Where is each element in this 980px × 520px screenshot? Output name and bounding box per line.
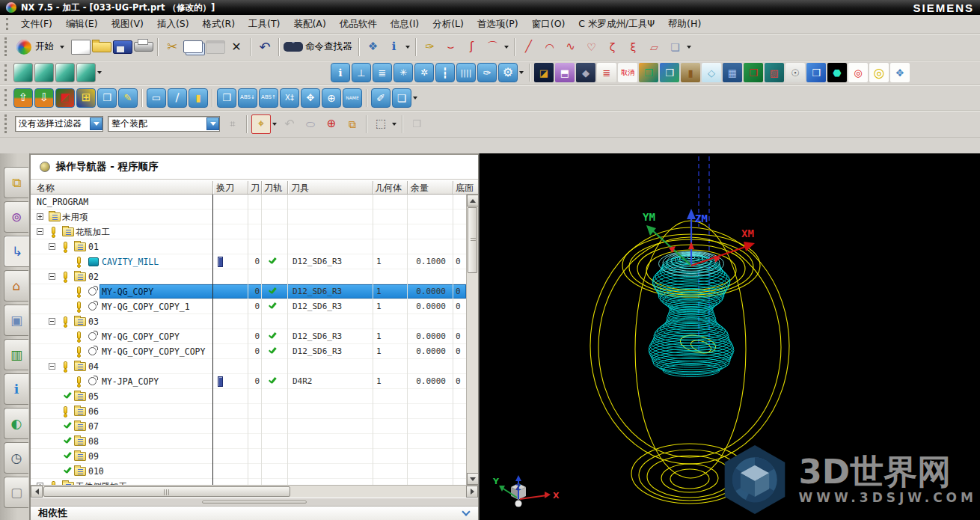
cube-corner-button[interactable]: ❒ bbox=[97, 88, 117, 108]
plane-display-button[interactable]: ▭ bbox=[147, 88, 166, 108]
tree-item-label[interactable]: 07 bbox=[88, 421, 99, 432]
scroll-up-arrow[interactable] bbox=[467, 195, 479, 207]
menu-item-13[interactable]: 帮助(H) bbox=[661, 16, 708, 33]
column-header-1[interactable]: 换刀 bbox=[216, 182, 234, 195]
tree-item-label[interactable]: 未用项 bbox=[62, 212, 88, 223]
menu-item-8[interactable]: 信息(I) bbox=[384, 16, 426, 33]
column-header-3[interactable]: 刀轨 bbox=[264, 182, 282, 195]
tree-item-label[interactable]: CAVITY_MILL bbox=[102, 257, 159, 267]
horizontal-scrollbar[interactable] bbox=[31, 485, 478, 498]
list-toolpath-button[interactable]: ✳ bbox=[393, 63, 413, 82]
iso-view-button[interactable]: ❒ bbox=[217, 88, 236, 108]
new-file-button[interactable] bbox=[71, 40, 91, 55]
display-quadrant-button[interactable]: ⊞ bbox=[76, 88, 96, 108]
machine-sim-button[interactable]: ✲ bbox=[414, 63, 434, 82]
menu-item-9[interactable]: 分析(L) bbox=[426, 16, 471, 33]
copy-button[interactable] bbox=[183, 40, 203, 53]
tree-row[interactable]: 未用项 bbox=[31, 209, 466, 224]
sim-image-button[interactable]: ◪ bbox=[534, 63, 554, 82]
selection-scope-select[interactable]: 整个装配 bbox=[108, 116, 220, 132]
panel-splitter[interactable] bbox=[31, 498, 478, 506]
operation-navigator-tab[interactable]: ↳ bbox=[4, 236, 30, 267]
tree-item-label[interactable]: 花瓶加工 bbox=[76, 227, 110, 238]
tree-item-label[interactable]: MY-QG_COPY bbox=[102, 287, 153, 297]
tree-row[interactable]: 06 bbox=[31, 404, 466, 419]
tree-item-label[interactable]: 03 bbox=[88, 316, 99, 327]
chevron-down-icon[interactable] bbox=[504, 46, 509, 49]
roles-tab[interactable]: ▢ bbox=[4, 477, 28, 508]
studio-spline-button[interactable]: ∿ bbox=[561, 37, 581, 57]
navigator-column-header[interactable]: 名称换刀刀刀轨刀具几何体余量底面 bbox=[31, 179, 478, 195]
constraint-filter-button[interactable]: ⌗ bbox=[223, 114, 242, 134]
tree-item-label[interactable]: 01 bbox=[88, 242, 99, 252]
operation-row[interactable]: CAVITY_MILL0D12_SD6_R310.10000 bbox=[31, 254, 466, 269]
cut-button[interactable]: ✂ bbox=[162, 37, 182, 57]
tree-row[interactable]: 花瓶加工 bbox=[31, 224, 466, 239]
menu-item-4[interactable]: 格式(R) bbox=[196, 16, 242, 33]
toolbar-grip[interactable] bbox=[4, 89, 8, 106]
menu-item-3[interactable]: 插入(S) bbox=[150, 16, 196, 33]
column-divider[interactable] bbox=[287, 181, 288, 194]
menu-item-5[interactable]: 工具(T) bbox=[242, 16, 287, 33]
open-blue-button[interactable]: ❏ bbox=[392, 88, 411, 108]
tree-row[interactable]: 09 bbox=[31, 449, 466, 464]
tree-row[interactable]: 工件侧壁加工 bbox=[31, 479, 466, 485]
paste-button[interactable] bbox=[206, 40, 225, 54]
collapse-icon[interactable] bbox=[49, 273, 55, 280]
cancel-button[interactable]: 取消 bbox=[618, 63, 637, 82]
dependencies-bar[interactable]: 相依性 bbox=[31, 506, 478, 520]
tree-item-label[interactable]: 04 bbox=[88, 361, 99, 372]
operation-row[interactable]: MY-QG_COPY_COPY_10D12_SD6_R310.00000 bbox=[31, 299, 466, 314]
snap-point-button[interactable]: ⌖ bbox=[251, 114, 271, 134]
arc-button[interactable]: ◠ bbox=[540, 37, 560, 57]
collapse-icon[interactable] bbox=[49, 363, 55, 370]
column-divider[interactable] bbox=[261, 181, 262, 194]
collapse-icon[interactable] bbox=[37, 228, 43, 235]
collapse-icon[interactable] bbox=[49, 318, 55, 325]
column-header-6[interactable]: 余量 bbox=[411, 182, 429, 195]
chevron-down-icon[interactable] bbox=[519, 71, 524, 74]
undo-button[interactable]: ↶ bbox=[255, 37, 275, 57]
menu-item-7[interactable]: 优品软件 bbox=[333, 16, 384, 33]
vertical-scroll-thumb[interactable] bbox=[468, 207, 477, 273]
chevron-down-icon[interactable] bbox=[90, 117, 102, 130]
postprocess-button[interactable]: ┇ bbox=[435, 63, 455, 82]
tree-row[interactable]: NC_PROGRAM bbox=[31, 195, 466, 209]
abs-up-button[interactable]: ABS↑ bbox=[259, 88, 278, 108]
operation-row[interactable]: MY-JPA_COPY0D4R210.00000 bbox=[31, 374, 466, 389]
studio-view-button[interactable] bbox=[76, 63, 96, 82]
customize-gear-button[interactable]: ⚙ bbox=[498, 63, 518, 82]
operation-row[interactable]: MY-QG_COPY0D12_SD6_R310.00000 bbox=[31, 284, 466, 299]
save-button[interactable] bbox=[113, 40, 132, 54]
horizontal-scroll-thumb[interactable] bbox=[43, 486, 290, 497]
cube-arrows-button[interactable]: ✥ bbox=[301, 88, 320, 108]
brush-button[interactable]: ✐ bbox=[371, 88, 391, 108]
operation-list-button[interactable]: ≣ bbox=[597, 63, 616, 82]
xform-button[interactable]: X‡ bbox=[280, 88, 299, 108]
scroll-right-arrow[interactable] bbox=[466, 486, 478, 498]
show-toolpath-up-button[interactable]: ⇧ bbox=[13, 88, 33, 108]
column-header-7[interactable]: 底面 bbox=[456, 182, 474, 195]
graphics-window[interactable]: YM ZM XM Y Z X bbox=[479, 153, 980, 520]
gray-parts-button[interactable]: ◆ bbox=[576, 63, 595, 82]
tree-item-label[interactable]: MY-JPA_COPY bbox=[102, 376, 159, 387]
menu-item-12[interactable]: C 米罗成州/工具Ψ bbox=[572, 16, 661, 33]
cube-analysis-button[interactable]: ❒ bbox=[744, 63, 763, 82]
web-browser-tab[interactable]: ◐ bbox=[4, 408, 28, 439]
tree-row[interactable]: 03 bbox=[31, 314, 466, 329]
wireframe-view-button[interactable] bbox=[55, 63, 75, 82]
verify-toolpath-button[interactable]: ≣ bbox=[373, 63, 392, 82]
command-finder-button[interactable] bbox=[284, 42, 303, 52]
tree-item-label[interactable]: MY-QG_COPY_COPY_COPY bbox=[102, 346, 205, 357]
chevron-expand-icon[interactable] bbox=[459, 508, 474, 519]
cube-gray-button[interactable]: ❒ bbox=[407, 114, 426, 134]
display-red-green-button[interactable]: ◩ bbox=[55, 88, 75, 108]
section-stripes-button[interactable]: ▨ bbox=[765, 63, 784, 82]
tree-item-label[interactable]: 08 bbox=[88, 436, 99, 447]
toolbar-grip[interactable] bbox=[4, 37, 8, 56]
cube-orange-button[interactable]: ❒ bbox=[639, 63, 658, 82]
cube-assembly-button[interactable]: ❒ bbox=[660, 63, 679, 82]
surface-button[interactable]: ▱ bbox=[645, 37, 664, 57]
eraser-button[interactable]: ⬭ bbox=[301, 114, 320, 134]
column-divider[interactable] bbox=[453, 181, 453, 194]
